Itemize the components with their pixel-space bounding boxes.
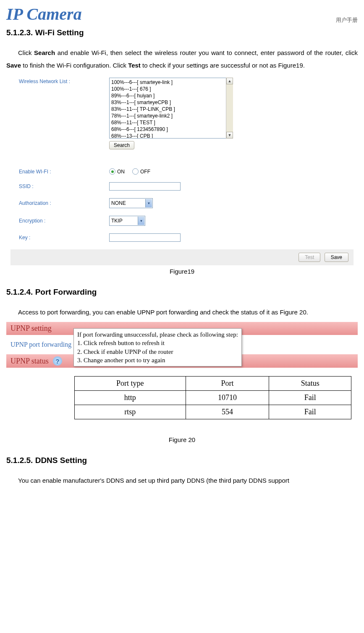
authorization-label: Authorization : (19, 200, 109, 206)
wifi-paragraph: Click Search and enable Wi-Fi, then sele… (6, 47, 358, 72)
figure-19: Wireless Network List : 100%---6---[ sma… (10, 75, 354, 265)
upnp-tooltip: If port forwarding unsuccessful, please … (73, 328, 242, 366)
wifi-off-radio[interactable]: OFF (132, 168, 150, 175)
wireless-list-label: Wireless Network List : (19, 78, 109, 139)
table-row: rtsp 554 Fail (75, 405, 351, 419)
scroll-up-icon[interactable]: ▲ (226, 78, 233, 84)
col-port: Port (186, 377, 269, 391)
wifi-on-radio[interactable]: ON (109, 168, 125, 175)
encryption-label: Encryption : (19, 218, 109, 224)
search-button[interactable]: Search (109, 141, 134, 149)
header-right-text: 用户手册 (336, 16, 358, 24)
wireless-network-list[interactable]: 100%---6---[ smarteye-link ] 100%---1---… (109, 78, 233, 139)
col-status: Status (269, 377, 351, 391)
key-label: Key : (19, 235, 109, 241)
upnp-status-label: UPNP status (10, 357, 49, 366)
figure-20-caption: Figure 20 (6, 436, 358, 443)
help-icon[interactable]: ? (53, 356, 62, 366)
authorization-select[interactable]: NONE▼ (109, 198, 153, 208)
test-button[interactable]: Test (299, 253, 320, 262)
chevron-down-icon: ▼ (138, 217, 144, 225)
heading-wifi-setting: 5.1.2.3. Wi-Fi Setting (6, 28, 358, 37)
list-item[interactable]: 100%---6---[ smarteye-link ] (111, 79, 231, 86)
figure-19-caption: Figure19 (6, 268, 358, 275)
list-item[interactable]: 83%---1---[ smarteyeCPB ] (111, 99, 231, 106)
heading-ddns-setting: 5.1.2.5. DDNS Setting (6, 456, 358, 465)
ssid-label: SSID : (19, 183, 109, 189)
upnp-status-table: Port type Port Status http 10710 Fail rt… (74, 376, 351, 419)
chevron-down-icon: ▼ (145, 199, 152, 207)
list-item[interactable]: 68%---13---[ CPB ] (111, 133, 231, 139)
table-row: http 10710 Fail (75, 391, 351, 405)
table-row: Port type Port Status (75, 377, 351, 391)
ssid-input[interactable] (109, 182, 181, 191)
scrollbar[interactable]: ▲ ▼ (226, 78, 233, 139)
heading-port-forwarding: 5.1.2.4. Port Forwarding (6, 288, 358, 297)
list-item[interactable]: 78%---1---[ smarteye-link2 ] (111, 112, 231, 119)
encryption-select[interactable]: TKIP▼ (109, 216, 145, 226)
list-item[interactable]: 100%---1---[ 676 ] (111, 86, 231, 92)
port-forwarding-paragraph: Access to port forwarding, you can enabl… (6, 306, 358, 319)
list-item[interactable]: 83%---11---[ TP-LINK_CPB ] (111, 106, 231, 112)
save-button[interactable]: Save (325, 253, 348, 262)
list-item[interactable]: 68%---6---[ 1234567890 ] (111, 126, 231, 133)
list-item[interactable]: 89%---6---[ huiyan ] (111, 92, 231, 99)
list-item[interactable]: 68%---11---[ TEST ] (111, 119, 231, 126)
scroll-down-icon[interactable]: ▼ (226, 132, 233, 139)
enable-wifi-label: Enable WI-FI : (19, 169, 109, 175)
key-input[interactable] (109, 233, 181, 242)
ddns-paragraph: You can enable manufacturer's DDNS and s… (6, 474, 358, 487)
logo: IP Camera (6, 4, 82, 24)
col-port-type: Port type (75, 377, 186, 391)
figure-20: UPNP setting UPNP port forwarding ON OFF… (6, 322, 358, 419)
